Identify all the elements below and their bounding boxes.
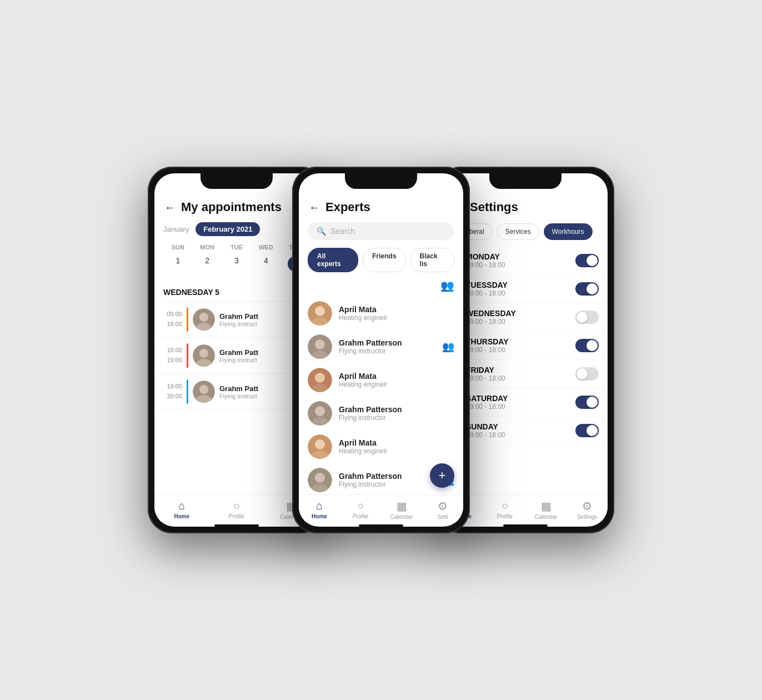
expert-avatar-1 bbox=[308, 301, 332, 326]
appt-bar-3 bbox=[187, 379, 188, 404]
expert-info-4: Grahm Patterson Flying instructor bbox=[339, 405, 454, 422]
expert-item-4[interactable]: Grahm Patterson Flying instructor bbox=[299, 397, 463, 430]
phone-2-screen: ← Experts 🔍 Search All experts Friends B… bbox=[299, 173, 463, 527]
workhour-info-thursday: THURSDAY 09:00 - 18:00 bbox=[466, 337, 569, 354]
search-bar[interactable]: 🔍 Search bbox=[308, 222, 454, 240]
toggle-knob-monday bbox=[586, 255, 598, 266]
date-1[interactable]: 1 bbox=[163, 253, 193, 279]
filter-blacklist[interactable]: Black lis bbox=[410, 248, 454, 272]
expert-info-5: April Mata Heating engineir bbox=[339, 438, 454, 455]
nav-calendar-label-2: Calendar bbox=[390, 514, 413, 520]
workhour-info-sunday: SUNDAY 09:00 - 18:00 bbox=[466, 422, 569, 439]
filter-friends[interactable]: Friends bbox=[363, 248, 405, 272]
appt-avatar-2 bbox=[193, 344, 215, 367]
group-icon-container: 👥 bbox=[299, 277, 463, 294]
tab-services[interactable]: Services bbox=[497, 223, 539, 240]
svg-point-22 bbox=[315, 439, 325, 449]
appt-time-1: 09:0018:00 bbox=[162, 309, 182, 329]
workhour-info-tuesday: TUESSDAY 09:00 - 18:00 bbox=[466, 281, 569, 297]
workhour-info-saturday: SATURDAY 09:00 - 18:00 bbox=[466, 394, 569, 411]
month-january[interactable]: January bbox=[163, 225, 189, 233]
fab-add-button[interactable]: + bbox=[430, 463, 454, 488]
filter-all-experts[interactable]: All experts bbox=[308, 248, 358, 272]
toggle-sunday[interactable] bbox=[575, 424, 599, 437]
expert-avatar-svg-4 bbox=[308, 401, 332, 426]
date-2[interactable]: 2 bbox=[193, 253, 222, 279]
expert-item-1[interactable]: April Mata Heating engineir bbox=[299, 297, 463, 330]
home-icon-1: ⌂ bbox=[178, 499, 185, 512]
workhour-info-wednesday: WEDNESDAY 09:00 - 18:00 bbox=[466, 309, 569, 326]
nav-profile-label-3: Profile bbox=[497, 513, 513, 519]
expert-role-1: Heating engineir bbox=[339, 314, 454, 322]
toggle-friday[interactable] bbox=[575, 367, 599, 381]
workhour-day-sunday: SUNDAY bbox=[466, 422, 569, 431]
nav-calendar-3[interactable]: ▦ Calendar bbox=[525, 499, 567, 520]
tab-workhours[interactable]: Workhours bbox=[544, 223, 593, 240]
appt-avatar-1 bbox=[193, 308, 215, 331]
nav-settings-3[interactable]: ⚙ Settings bbox=[567, 499, 608, 520]
nav-home-2[interactable]: ⌂ Home bbox=[299, 499, 340, 520]
back-arrow-1[interactable]: ← bbox=[164, 201, 176, 214]
expert-item-2[interactable]: Grahm Patterson Flying instructor 👥 bbox=[299, 330, 463, 363]
expert-info-2: Grahm Patterson Flying instructor bbox=[339, 338, 435, 355]
search-icon: 🔍 bbox=[317, 227, 326, 236]
appt-bar-2 bbox=[187, 343, 188, 368]
calendar-dates: 1 2 3 4 5 bbox=[163, 253, 310, 279]
experts-title: Experts bbox=[325, 200, 370, 214]
svg-point-25 bbox=[315, 473, 325, 483]
nav-profile-1[interactable]: ○ Profile bbox=[209, 499, 264, 520]
nav-home-label-1: Home bbox=[174, 513, 189, 519]
back-arrow-2[interactable]: ← bbox=[309, 201, 320, 214]
toggle-thursday[interactable] bbox=[575, 339, 599, 352]
nav-profile-label-2: Profile bbox=[353, 513, 368, 519]
workhour-day-tuesday: TUESSDAY bbox=[466, 281, 569, 289]
expert-role-2: Flying instructor bbox=[339, 347, 435, 355]
expert-avatar-6 bbox=[308, 468, 332, 492]
nav-profile-3[interactable]: ○ Profile bbox=[484, 499, 525, 520]
workhour-day-monday: MONDAY bbox=[466, 252, 569, 261]
expert-info-6: Grahm Patterson Flying instructor bbox=[339, 472, 435, 488]
toggle-wednesday[interactable] bbox=[575, 311, 599, 324]
nav-profile-2[interactable]: ○ Profile bbox=[340, 499, 381, 520]
expert-role-3: Heating engineir bbox=[339, 381, 454, 388]
workhour-time-wednesday: 09:00 - 18:00 bbox=[466, 318, 569, 326]
screen-content-2: ← Experts 🔍 Search All experts Friends B… bbox=[299, 173, 463, 527]
avatar-svg-2 bbox=[193, 344, 215, 367]
nav-settings-label-3: Settings bbox=[577, 514, 597, 520]
day-wed: WED bbox=[251, 244, 280, 251]
add-friend-icon-2[interactable]: 👥 bbox=[442, 341, 454, 353]
profile-icon-1: ○ bbox=[233, 499, 240, 512]
nav-home-label-2: Home bbox=[312, 513, 327, 519]
phones-container: ← My appointments January February 2021 … bbox=[137, 144, 625, 556]
home-bar-3 bbox=[503, 524, 548, 527]
settings-title: Settings bbox=[470, 200, 518, 214]
workhour-time-tuesday: 09:00 - 18:00 bbox=[466, 289, 569, 297]
profile-icon-2: ○ bbox=[357, 499, 364, 512]
toggle-saturday[interactable] bbox=[575, 396, 599, 409]
svg-point-10 bbox=[315, 306, 325, 316]
profile-icon-3: ○ bbox=[502, 499, 508, 512]
svg-point-16 bbox=[315, 373, 325, 383]
expert-avatar-svg-6 bbox=[308, 468, 332, 492]
nav-home-1[interactable]: ⌂ Home bbox=[154, 499, 209, 520]
date-3[interactable]: 3 bbox=[222, 253, 252, 279]
expert-avatar-4 bbox=[308, 401, 332, 426]
group-icon[interactable]: 👥 bbox=[440, 279, 454, 292]
workhour-time-sunday: 09:00 - 18:00 bbox=[466, 431, 569, 439]
toggle-monday[interactable] bbox=[575, 254, 599, 267]
svg-point-4 bbox=[199, 349, 208, 358]
workhour-info-friday: FRIDAY 09:00 - 18:00 bbox=[466, 366, 569, 382]
workhour-time-thursday: 09:00 - 18:00 bbox=[466, 346, 569, 354]
expert-name-2: Grahm Patterson bbox=[339, 338, 435, 347]
expert-name-5: April Mata bbox=[339, 438, 454, 447]
nav-settings-2[interactable]: ⚙ Setti bbox=[422, 499, 463, 520]
expert-item-3[interactable]: April Mata Heating engineir bbox=[299, 363, 463, 397]
expert-avatar-svg-1 bbox=[308, 301, 332, 326]
toggle-knob-saturday bbox=[586, 397, 598, 408]
nav-calendar-label-3: Calendar bbox=[535, 514, 558, 520]
date-4[interactable]: 4 bbox=[251, 253, 280, 279]
expert-item-5[interactable]: April Mata Heating engineir bbox=[299, 430, 463, 463]
toggle-tuesday[interactable] bbox=[575, 282, 599, 296]
nav-calendar-2[interactable]: ▦ Calendar bbox=[381, 499, 422, 520]
month-february[interactable]: February 2021 bbox=[195, 222, 260, 236]
